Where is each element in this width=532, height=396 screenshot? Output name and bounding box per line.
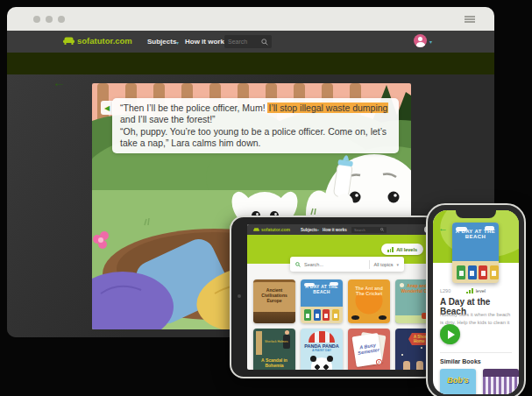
page-header-band bbox=[7, 53, 494, 74]
sofa-icon bbox=[253, 228, 259, 232]
search-input[interactable] bbox=[354, 228, 380, 232]
browser-chrome bbox=[7, 7, 494, 31]
library-search-input[interactable] bbox=[304, 262, 365, 267]
level-row: L290 level bbox=[440, 288, 486, 293]
logo-text: sofatutor.com bbox=[261, 227, 290, 232]
nav-how-it-works[interactable]: How it works bbox=[323, 228, 347, 232]
caret-down-icon: ▾ bbox=[317, 228, 319, 232]
browser-menu-icon[interactable] bbox=[465, 16, 475, 23]
similar-books-heading: Similar Books bbox=[440, 358, 481, 364]
tablet-screen: sofatutor.com Subjects ▾ How it works Al… bbox=[247, 224, 431, 370]
umbrella-art bbox=[309, 331, 335, 343]
nav-subjects[interactable]: Subjects bbox=[301, 228, 317, 232]
story-text: “Then I’ll be the police officer, Mum! bbox=[120, 103, 267, 113]
story-text-box: “Then I’ll be the police officer, Mum! I… bbox=[112, 98, 399, 153]
nav-search-field[interactable] bbox=[224, 35, 272, 48]
search-icon bbox=[261, 39, 268, 46]
recycling-bins-art bbox=[457, 265, 499, 279]
sofa-icon bbox=[63, 37, 74, 45]
vocabulary-highlight[interactable]: I’ll stop illegal waste dumping bbox=[267, 103, 388, 113]
sofatutor-logo[interactable]: sofatutor.com bbox=[63, 36, 132, 46]
library-search-bar[interactable]: All topics ▾ bbox=[290, 257, 404, 272]
all-topics-label: All topics bbox=[373, 262, 393, 267]
all-levels-label: All levels bbox=[396, 247, 417, 252]
panda-art bbox=[311, 357, 332, 370]
nav-how-it-works[interactable]: How it works bbox=[185, 38, 228, 46]
divider bbox=[369, 260, 370, 269]
level-bars-icon bbox=[387, 247, 394, 252]
nav-search-field[interactable] bbox=[351, 227, 387, 233]
story-audio-marker[interactable]: ◀ bbox=[101, 101, 113, 115]
recycling-bins-art bbox=[304, 309, 339, 321]
window-controls[interactable] bbox=[33, 16, 65, 23]
book-title: PANDA PANDA bbox=[301, 343, 343, 349]
play-button[interactable] bbox=[440, 324, 460, 344]
sofatutor-logo[interactable]: sofatutor.com bbox=[253, 227, 290, 232]
phone-mockup: ← A DAY AT THE BEACH L290 level A Day at… bbox=[426, 203, 526, 396]
book-cover[interactable]: Sherlock Holmes A Scandal in Bohemia bbox=[253, 329, 295, 370]
window-dot[interactable] bbox=[33, 16, 40, 23]
level-bars-icon bbox=[466, 288, 472, 293]
all-levels-button[interactable]: All levels bbox=[381, 244, 423, 255]
caret-down-icon: ▾ bbox=[176, 39, 179, 46]
all-topics-dropdown[interactable]: All topics ▾ bbox=[373, 262, 399, 267]
book-title: Ancient Civilisations Europe bbox=[253, 287, 295, 303]
book-author: Sherlock Holmes bbox=[265, 340, 287, 343]
window-dot[interactable] bbox=[58, 16, 65, 23]
phone-screen: ← A DAY AT THE BEACH L290 level A Day at… bbox=[433, 210, 519, 394]
similar-books-row: Bob's bbox=[440, 369, 519, 394]
search-input[interactable] bbox=[228, 39, 261, 45]
level-label: level bbox=[476, 288, 486, 293]
book-cover[interactable] bbox=[483, 369, 519, 394]
search-icon bbox=[295, 262, 301, 267]
book-subtitle: A RAINY DAY bbox=[301, 349, 343, 352]
back-arrow-icon[interactable]: ← bbox=[438, 223, 448, 233]
logo-text: sofatutor.com bbox=[77, 36, 132, 46]
divider bbox=[440, 352, 512, 353]
book-cover[interactable]: The Ant and The Cricket bbox=[348, 279, 390, 323]
tower-art bbox=[256, 331, 262, 355]
level-code: L290 bbox=[440, 288, 450, 293]
story-paragraph: “Oh, puppy. You’re too young to be a pol… bbox=[120, 126, 391, 149]
window-dot[interactable] bbox=[46, 16, 53, 23]
story-text: and I’ll save the forest!” bbox=[120, 114, 216, 124]
nav-subjects[interactable]: Subjects bbox=[147, 38, 176, 46]
book-title: Bob's bbox=[440, 376, 476, 385]
tablet-mockup: sofatutor.com Subjects ▾ How it works Al… bbox=[230, 216, 438, 378]
phone-notch bbox=[456, 210, 496, 218]
search-icon bbox=[380, 228, 384, 231]
grade-badge: A bbox=[375, 358, 382, 365]
book-cover[interactable]: Bob's bbox=[440, 369, 476, 394]
book-title: A Scandal in Bohemia bbox=[255, 357, 294, 368]
book-cover[interactable]: A DAY AT THE BEACH bbox=[301, 279, 343, 323]
back-arrow-icon[interactable]: ← bbox=[53, 74, 66, 89]
chevron-down-icon: ▾ bbox=[396, 262, 399, 267]
book-cover[interactable]: A Busy Semester A bbox=[348, 329, 390, 370]
story-paragraph: “Then I’ll be the police officer, Mum! I… bbox=[120, 103, 391, 125]
featured-book-cover[interactable]: A DAY AT THE BEACH bbox=[452, 223, 499, 283]
user-avatar[interactable] bbox=[414, 34, 427, 47]
book-grid: Ancient Civilisations Europe A DAY AT TH… bbox=[253, 279, 431, 370]
book-cover[interactable]: PANDA PANDA A RAINY DAY bbox=[301, 329, 343, 370]
book-title: The Ant and The Cricket bbox=[348, 286, 390, 296]
tablet-navbar: sofatutor.com Subjects ▾ How it works bbox=[247, 224, 431, 235]
book-title: A DAY AT THE BEACH bbox=[452, 229, 499, 239]
caret-down-icon: ▾ bbox=[429, 39, 432, 45]
tablet-camera bbox=[238, 294, 241, 298]
site-navbar: sofatutor.com Subjects ▾ How it works ▾ bbox=[7, 31, 494, 53]
book-cover[interactable]: Ancient Civilisations Europe bbox=[253, 279, 295, 323]
book-title: A DAY AT THE BEACH bbox=[301, 284, 343, 294]
